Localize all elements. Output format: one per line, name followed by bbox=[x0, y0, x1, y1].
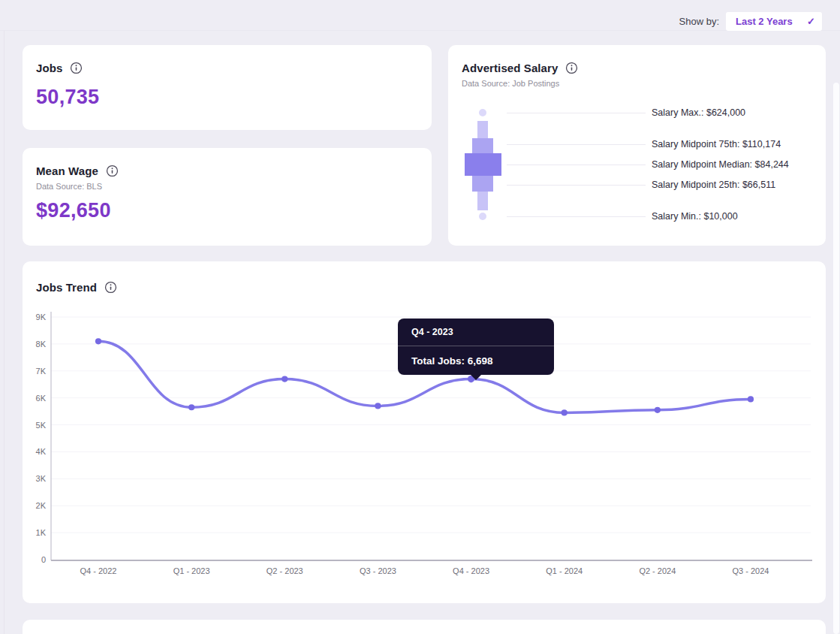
salary-median-bar bbox=[465, 153, 501, 176]
x-axis-tick: Q3 - 2023 bbox=[360, 566, 396, 575]
data-point[interactable] bbox=[282, 376, 288, 382]
mean-wage-card-title: Mean Wage bbox=[36, 165, 98, 177]
jobs-trend-card: Jobs Trend 01K2K3K4K5K6K7K8K9KQ4 - 2022Q… bbox=[23, 261, 826, 603]
y-axis-tick: 1K bbox=[36, 528, 47, 537]
y-axis-tick: 6K bbox=[36, 394, 47, 403]
leader-line bbox=[507, 144, 646, 145]
advertised-salary-card: Advertised Salary Data Source: Job Posti… bbox=[448, 45, 826, 246]
next-section-card bbox=[23, 620, 826, 634]
leader-line bbox=[507, 113, 646, 113]
salary-lower-whisker-bar bbox=[477, 192, 488, 210]
advertised-salary-card-title: Advertised Salary bbox=[462, 62, 558, 74]
y-axis-tick: 2K bbox=[36, 501, 47, 510]
y-axis-tick: 8K bbox=[36, 340, 47, 349]
salary-lower-quartile-bar bbox=[472, 176, 493, 192]
tooltip-arrow bbox=[471, 375, 481, 380]
y-axis-tick: 7K bbox=[36, 367, 47, 376]
mean-wage-card: Mean Wage Data Source: BLS $92,650 bbox=[23, 148, 432, 246]
mean-wage-value: $92,650 bbox=[36, 199, 418, 222]
y-axis-tick: 5K bbox=[36, 421, 47, 430]
data-point[interactable] bbox=[655, 407, 661, 413]
x-axis-tick: Q4 - 2022 bbox=[80, 566, 117, 575]
data-point[interactable] bbox=[188, 404, 194, 410]
x-axis-tick: Q2 - 2023 bbox=[266, 566, 303, 575]
vertical-scrollbar[interactable] bbox=[833, 83, 839, 634]
jobs-trend-chart[interactable]: 01K2K3K4K5K6K7K8K9KQ4 - 2022Q1 - 2023Q2 … bbox=[23, 261, 826, 603]
info-icon[interactable] bbox=[565, 62, 578, 74]
x-axis-tick: Q3 - 2024 bbox=[733, 566, 769, 575]
timeframe-value: Last 2 Years bbox=[726, 16, 793, 27]
info-icon[interactable] bbox=[70, 62, 83, 74]
leader-line bbox=[507, 216, 646, 217]
salary-median-label: Salary Midpoint Median: $84,244 bbox=[652, 159, 789, 170]
data-point[interactable] bbox=[375, 403, 381, 409]
y-axis-tick: 4K bbox=[36, 447, 47, 456]
salary-75th-label: Salary Midpoint 75th: $110,174 bbox=[652, 139, 781, 149]
x-axis-tick: Q4 - 2023 bbox=[453, 566, 489, 575]
data-point[interactable] bbox=[748, 396, 754, 402]
timeframe-dropdown[interactable]: Last 2 Years ✓ bbox=[726, 12, 822, 31]
leader-line bbox=[507, 185, 646, 186]
leader-line bbox=[507, 165, 646, 165]
salary-25th-label: Salary Midpoint 25th: $66,511 bbox=[652, 180, 775, 190]
data-point[interactable] bbox=[562, 409, 568, 415]
salary-upper-quartile-bar bbox=[472, 138, 493, 153]
y-axis-tick: 3K bbox=[36, 474, 47, 483]
advertised-salary-data-source: Data Source: Job Postings bbox=[462, 79, 812, 88]
jobs-card-title: Jobs bbox=[36, 62, 62, 74]
jobs-card: Jobs 50,735 bbox=[23, 45, 432, 130]
salary-upper-whisker-bar bbox=[477, 121, 488, 138]
salary-max-dot bbox=[479, 109, 486, 116]
mean-wage-data-source: Data Source: BLS bbox=[36, 182, 418, 191]
left-panel-divider bbox=[4, 31, 5, 634]
show-by-label: Show by: bbox=[679, 16, 719, 27]
info-icon[interactable] bbox=[106, 165, 119, 177]
chart-tooltip: Q4 - 2023 Total Jobs: 6,698 bbox=[398, 319, 554, 375]
salary-min-label: Salary Min.: $10,000 bbox=[652, 211, 738, 222]
tooltip-period: Q4 - 2023 bbox=[398, 319, 554, 346]
y-axis-tick: 0 bbox=[41, 555, 46, 564]
x-axis-tick: Q1 - 2024 bbox=[546, 566, 583, 575]
salary-min-dot bbox=[479, 213, 486, 220]
x-axis-tick: Q1 - 2023 bbox=[173, 566, 210, 575]
show-by-control: Show by: Last 2 Years ✓ bbox=[679, 12, 822, 31]
data-point[interactable] bbox=[95, 338, 101, 344]
check-icon: ✓ bbox=[807, 16, 815, 27]
tooltip-total-jobs: Total Jobs: 6,698 bbox=[398, 346, 554, 375]
x-axis-tick: Q2 - 2024 bbox=[639, 566, 676, 575]
y-axis-tick: 9K bbox=[36, 312, 47, 322]
jobs-value: 50,735 bbox=[36, 86, 418, 109]
salary-max-label: Salary Max.: $624,000 bbox=[652, 107, 745, 118]
